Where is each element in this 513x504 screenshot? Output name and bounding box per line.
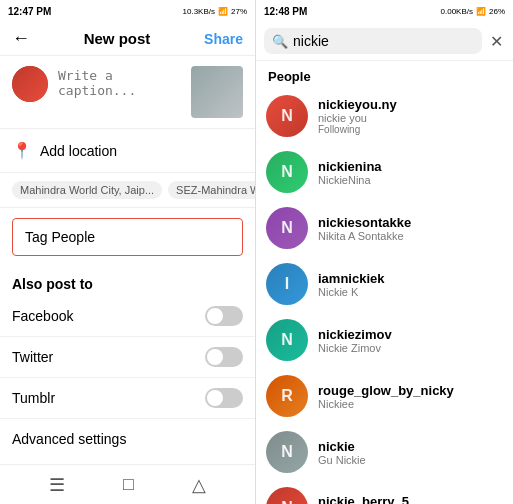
user-info: nickiezimovNickie Zimov bbox=[318, 327, 392, 354]
tumblr-toggle[interactable] bbox=[205, 388, 243, 408]
time-right: 12:48 PM bbox=[264, 6, 307, 17]
full-name: Nickie Zimov bbox=[318, 342, 392, 354]
user-item[interactable]: IiamnickiekNickie K bbox=[256, 256, 513, 312]
battery-right: 26% bbox=[489, 7, 505, 16]
right-panel: 12:48 PM 0.00KB/s 📶 26% 🔍 ✕ People Nnick… bbox=[256, 0, 513, 504]
user-avatar: N bbox=[266, 151, 308, 193]
time-left: 12:47 PM bbox=[8, 6, 51, 17]
username: nickiesontakke bbox=[318, 215, 411, 230]
user-item[interactable]: NnickiezimovNickie Zimov bbox=[256, 312, 513, 368]
add-location-label: Add location bbox=[40, 143, 117, 159]
left-panel: 12:47 PM 10.3KB/s 📶 27% ← New post Share… bbox=[0, 0, 256, 504]
avatar-image bbox=[12, 66, 48, 102]
menu-nav-icon[interactable]: ☰ bbox=[49, 474, 65, 496]
caption-input[interactable] bbox=[58, 66, 181, 98]
full-name: Nickie K bbox=[318, 286, 385, 298]
search-box: 🔍 bbox=[264, 28, 482, 54]
bottom-nav-left: ☰ □ △ bbox=[0, 464, 255, 504]
user-item[interactable]: Nnickie_berry_5Her_Majesty 💄 bbox=[256, 480, 513, 504]
username: nickienina bbox=[318, 159, 382, 174]
top-bar-left: ← New post Share bbox=[0, 22, 255, 56]
page-title: New post bbox=[84, 30, 151, 47]
twitter-label: Twitter bbox=[12, 349, 53, 365]
search-icon: 🔍 bbox=[272, 34, 288, 49]
user-item[interactable]: Rrouge_glow_by_nickyNickiee bbox=[256, 368, 513, 424]
user-info: iamnickiekNickie K bbox=[318, 271, 385, 298]
full-name: NickieNina bbox=[318, 174, 382, 186]
user-info: rouge_glow_by_nickyNickiee bbox=[318, 383, 454, 410]
user-avatar: N bbox=[266, 487, 308, 504]
user-avatar: N bbox=[266, 431, 308, 473]
user-item[interactable]: Nnickieyou.nynickie youFollowing bbox=[256, 88, 513, 144]
status-bar-left: 12:47 PM 10.3KB/s 📶 27% bbox=[0, 0, 255, 22]
twitter-toggle-row: Twitter bbox=[0, 337, 255, 378]
full-name: Nikita A Sontakke bbox=[318, 230, 411, 242]
search-bar-row: 🔍 ✕ bbox=[256, 22, 513, 61]
network-speed-left: 10.3KB/s bbox=[183, 7, 215, 16]
location-chip-2[interactable]: SEZ-Mahindra World City bbox=[168, 181, 255, 199]
add-location-row[interactable]: 📍 Add location bbox=[0, 129, 255, 173]
username: nickie bbox=[318, 439, 366, 454]
tumblr-label: Tumblr bbox=[12, 390, 55, 406]
status-bar-right: 12:48 PM 0.00KB/s 📶 26% bbox=[256, 0, 513, 22]
username: nickieyou.ny bbox=[318, 97, 397, 112]
username: rouge_glow_by_nicky bbox=[318, 383, 454, 398]
user-info: nickieGu Nickie bbox=[318, 439, 366, 466]
user-avatar: N bbox=[266, 207, 308, 249]
home-nav-icon[interactable]: □ bbox=[123, 474, 134, 495]
following-badge: Following bbox=[318, 124, 397, 135]
tag-people-label: Tag People bbox=[25, 229, 95, 245]
signal-icon-right: 📶 bbox=[476, 7, 486, 16]
search-close-button[interactable]: ✕ bbox=[488, 32, 505, 51]
user-avatar: N bbox=[266, 95, 308, 137]
user-item[interactable]: NnickieGu Nickie bbox=[256, 424, 513, 480]
battery-left: 27% bbox=[231, 7, 247, 16]
advanced-settings-label: Advanced settings bbox=[12, 431, 126, 447]
tag-people-button[interactable]: Tag People bbox=[12, 218, 243, 256]
user-item[interactable]: NnickieninaNickieNina bbox=[256, 144, 513, 200]
facebook-toggle[interactable] bbox=[205, 306, 243, 326]
user-avatar: N bbox=[266, 319, 308, 361]
user-item[interactable]: NnickiesontakkeNikita A Sontakke bbox=[256, 200, 513, 256]
facebook-toggle-row: Facebook bbox=[0, 296, 255, 337]
facebook-label: Facebook bbox=[12, 308, 73, 324]
network-speed-right: 0.00KB/s bbox=[441, 7, 473, 16]
location-chip-1[interactable]: Mahindra World City, Jaip... bbox=[12, 181, 162, 199]
back-button[interactable]: ← bbox=[12, 28, 30, 49]
people-heading: People bbox=[256, 61, 513, 88]
search-input[interactable] bbox=[293, 33, 474, 49]
username: iamnickiek bbox=[318, 271, 385, 286]
user-avatar-left bbox=[12, 66, 48, 102]
back-nav-icon[interactable]: △ bbox=[192, 474, 206, 496]
user-info: nickie_berry_5Her_Majesty 💄 bbox=[318, 494, 409, 504]
also-post-to-heading: Also post to bbox=[0, 266, 255, 296]
location-chips: Mahindra World City, Jaip... SEZ-Mahindr… bbox=[0, 173, 255, 208]
post-preview bbox=[0, 56, 255, 129]
full-name: Nickiee bbox=[318, 398, 454, 410]
username: nickie_berry_5 bbox=[318, 494, 409, 504]
username: nickiezimov bbox=[318, 327, 392, 342]
status-icons-left: 10.3KB/s 📶 27% bbox=[183, 7, 247, 16]
tumblr-toggle-row: Tumblr bbox=[0, 378, 255, 419]
advanced-settings-row[interactable]: Advanced settings bbox=[0, 419, 255, 459]
user-avatar: R bbox=[266, 375, 308, 417]
status-icons-right: 0.00KB/s 📶 26% bbox=[441, 7, 505, 16]
post-thumbnail bbox=[191, 66, 243, 118]
user-info: nickiesontakkeNikita A Sontakke bbox=[318, 215, 411, 242]
full-name: nickie you bbox=[318, 112, 397, 124]
user-avatar: I bbox=[266, 263, 308, 305]
twitter-toggle[interactable] bbox=[205, 347, 243, 367]
location-icon: 📍 bbox=[12, 141, 32, 160]
signal-icon: 📶 bbox=[218, 7, 228, 16]
share-button[interactable]: Share bbox=[204, 31, 243, 47]
user-info: nickieninaNickieNina bbox=[318, 159, 382, 186]
user-info: nickieyou.nynickie youFollowing bbox=[318, 97, 397, 135]
thumbnail-image bbox=[191, 66, 243, 118]
user-list: Nnickieyou.nynickie youFollowingNnickien… bbox=[256, 88, 513, 504]
full-name: Gu Nickie bbox=[318, 454, 366, 466]
